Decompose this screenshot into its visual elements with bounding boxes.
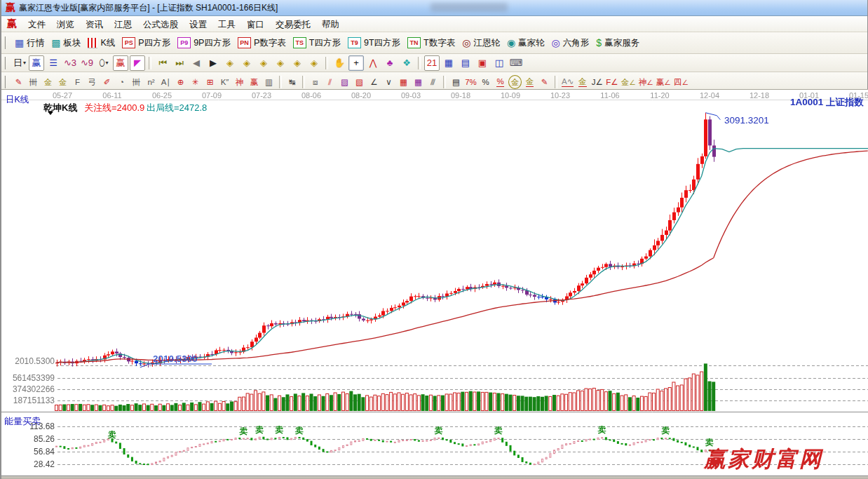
menu-news[interactable]: 资讯 (80, 18, 109, 31)
menu-window[interactable]: 窗口 (241, 18, 270, 31)
menu-browse[interactable]: 浏览 (51, 18, 80, 31)
fan-box-icon[interactable]: ▨ (338, 75, 351, 89)
menu-formula-pick[interactable]: 公式选股 (137, 18, 184, 31)
remote-service-icon[interactable]: ⌨ (508, 55, 524, 71)
ying-angle-icon[interactable]: 赢∠ (656, 75, 672, 89)
kline-period-dropdown[interactable]: 日▾ (12, 55, 27, 71)
quotes-button[interactable]: ▦行情 (11, 36, 48, 50)
rect-tool-icon[interactable]: ⧈ (308, 75, 322, 89)
f-angle-icon[interactable]: F∠ (605, 75, 618, 89)
toolbar-grip[interactable] (4, 76, 8, 88)
info-panel-icon[interactable]: ☰ (46, 55, 61, 71)
j-angle-icon[interactable]: J∠ (590, 75, 604, 89)
gann-wheel-button[interactable]: ◎江恩轮 (459, 36, 503, 50)
gold-circle-icon[interactable]: 金 (508, 75, 522, 89)
pan-hand-icon[interactable]: ✋ (332, 55, 347, 71)
gold-underline-icon[interactable]: 金 (576, 75, 589, 89)
zoom-left-diamond-icon[interactable]: ◈ (222, 55, 238, 71)
f-ruler-icon[interactable]: F (71, 75, 84, 89)
spiral-icon[interactable]: 弓 (86, 75, 99, 89)
stat-table-icon[interactable]: ▤ (449, 75, 463, 89)
9t-square-button[interactable]: T99T四方形 (344, 36, 404, 50)
toolbar-grip[interactable] (4, 36, 8, 49)
expand-all-diamond-icon[interactable]: ◈ (306, 55, 322, 71)
dense-grid-icon[interactable]: ▦ (397, 75, 410, 89)
t-number-table-button[interactable]: TNT数字表 (404, 36, 459, 50)
gold-angle-icon[interactable]: 金∠ (621, 75, 637, 89)
calculator-icon[interactable]: ▦ (441, 55, 456, 71)
kline-chart-canvas[interactable] (1, 90, 868, 479)
calendar-icon[interactable]: 21 (424, 55, 440, 71)
brush-icon[interactable]: ✐ (100, 75, 114, 89)
winner-wheel-button[interactable]: ◉赢家轮 (503, 36, 548, 50)
gann-grid-box-icon[interactable]: ⊞ (203, 75, 217, 89)
draw-pen-icon[interactable]: ✎ (12, 75, 25, 89)
ying-tool-icon[interactable]: 赢 (247, 75, 261, 89)
gold-gate2-icon[interactable]: 金 (56, 75, 69, 89)
compress-diamond-icon[interactable]: ◈ (273, 55, 288, 71)
grid-ruler-icon[interactable]: 卌 (27, 75, 40, 89)
first-bar-button[interactable]: ⏮ (155, 55, 170, 71)
sectors-button[interactable]: ▩板块 (48, 36, 84, 50)
tick-ruler-icon[interactable]: 卌 (130, 75, 143, 89)
p-number-table-button[interactable]: PNP数字表 (234, 36, 290, 50)
zoom-horizontal-diamond-icon[interactable]: ◈ (256, 55, 271, 71)
toolbar-grip[interactable] (4, 57, 8, 69)
zigzag-icon[interactable]: ∨ (382, 75, 395, 89)
t-square-button[interactable]: TST四方形 (290, 36, 344, 50)
a-wave-icon[interactable]: A∿ (561, 75, 574, 89)
k-quote-icon[interactable]: K″ (218, 75, 231, 89)
menu-settings[interactable]: 设置 (184, 18, 212, 31)
shen-angle-icon[interactable]: 神∠ (638, 75, 654, 89)
last-bar-button[interactable]: ⏭ (172, 55, 187, 71)
n-squared-icon[interactable]: n² (144, 75, 158, 89)
percent-icon[interactable]: % (479, 75, 492, 89)
parallel-lines-icon[interactable]: ⫻ (426, 75, 440, 89)
fan-box2-icon[interactable]: ▧ (353, 75, 366, 89)
menu-help[interactable]: 帮助 (316, 18, 345, 31)
gold-gate-icon[interactable]: 金 (41, 75, 55, 89)
four-angle-icon[interactable]: 四∠ (673, 75, 689, 89)
chevron-down-icon[interactable] (48, 112, 53, 115)
dense-grid2-icon[interactable]: ▦ (412, 75, 425, 89)
time-circle-icon[interactable]: ◔ (115, 75, 128, 89)
angle-lines-icon[interactable]: ∠ (367, 75, 381, 89)
zoom-right-diamond-icon[interactable]: ◈ (239, 55, 255, 71)
percent7-icon[interactable]: 7% (464, 75, 477, 89)
prev-bar-button[interactable]: ◀ (189, 55, 204, 71)
percent-line-icon[interactable]: % (494, 75, 507, 89)
notes-icon[interactable]: ▤ (458, 55, 473, 71)
ink-pen-icon[interactable]: ✎ (538, 75, 551, 89)
hexagon-button[interactable]: ◎六角形 (548, 36, 593, 50)
gann-fan-icon[interactable]: ⫽ (323, 75, 337, 89)
menu-trade[interactable]: 交易委托 (270, 18, 316, 31)
gann-tree-icon[interactable]: ♣ (382, 55, 398, 71)
width-measure-icon[interactable]: ↹ (285, 75, 299, 89)
price-grid-icon[interactable]: ▥ (262, 75, 276, 89)
wave9-icon[interactable]: ∿9 (79, 55, 95, 71)
volume-profile-icon[interactable]: ◤ (130, 55, 145, 71)
dragon-icon[interactable]: ❖ (399, 55, 414, 71)
menu-gann[interactable]: 江恩 (109, 18, 137, 31)
9p-square-button[interactable]: P99P四方形 (174, 36, 234, 50)
shen-tool-icon[interactable]: 神 (233, 75, 246, 89)
a-measure-icon[interactable]: A∣ (159, 75, 172, 89)
crosshair-icon[interactable]: + (348, 55, 364, 71)
winner-service-button[interactable]: $赢家服务 (592, 36, 643, 50)
p-square-button[interactable]: PSP四方形 (118, 36, 174, 50)
wave3-icon[interactable]: ∿3 (62, 55, 78, 71)
save-icon[interactable]: ▣ (475, 55, 490, 71)
winner-red-icon[interactable]: 赢 (113, 55, 128, 71)
data-sync-icon[interactable]: ◫ (491, 55, 507, 71)
candle-style-dropdown[interactable]: ⬯▾ (96, 55, 111, 71)
angle-measure-icon[interactable]: ⋀ (365, 55, 381, 71)
gann-circle-icon[interactable]: ⊕ (174, 75, 187, 89)
expand-diamond-icon[interactable]: ◈ (290, 55, 305, 71)
winner-overlay-icon[interactable]: 赢 (29, 55, 44, 71)
menu-file[interactable]: 文件 (22, 18, 51, 31)
gann-star-icon[interactable]: ✳ (189, 75, 202, 89)
gold-line-icon[interactable]: 金 (523, 75, 536, 89)
next-bar-button[interactable]: ▶ (205, 55, 221, 71)
menu-tools[interactable]: 工具 (212, 18, 241, 31)
kline-button[interactable]: K线 (84, 36, 118, 50)
